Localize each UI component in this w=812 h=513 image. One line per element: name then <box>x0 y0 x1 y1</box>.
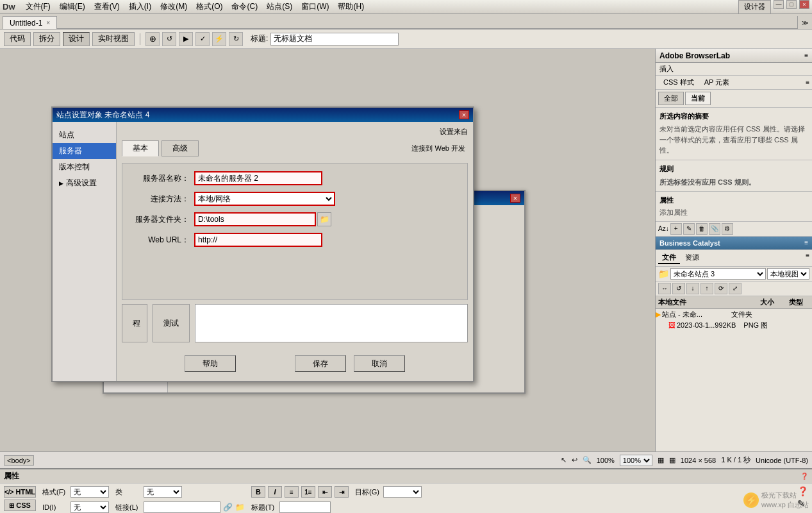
menu-view[interactable]: 查看(V) <box>90 0 124 13</box>
menu-window[interactable]: 窗口(W) <box>297 0 333 13</box>
all-tab[interactable]: 全部 <box>658 92 684 105</box>
css-options-icon[interactable]: ⚙ <box>722 223 733 235</box>
format-section: 格式(F) 无 ID(I) 无 <box>42 486 109 513</box>
expand-icon[interactable]: ⤢ <box>729 283 742 294</box>
sidebar-server-item[interactable]: 服务器 <box>53 143 116 159</box>
sync-icon[interactable]: ↻ <box>229 32 243 46</box>
indent-button[interactable]: ⇥ <box>335 486 349 498</box>
download-icon[interactable]: ↓ <box>686 283 699 294</box>
target-select[interactable] <box>383 486 422 498</box>
css-panel-menu[interactable]: ≡ <box>806 79 809 86</box>
link-input[interactable] <box>144 501 220 513</box>
menu-insert[interactable]: 插入(I) <box>125 0 155 13</box>
server-folder-input[interactable] <box>194 212 316 226</box>
menu-edit[interactable]: 编辑(E) <box>56 0 89 13</box>
close-button[interactable]: × <box>799 0 809 9</box>
menu-help[interactable]: 帮助(H) <box>334 0 368 13</box>
file-panel-menu[interactable]: ≡ <box>806 252 809 264</box>
add-property-link[interactable]: 添加属性 <box>659 208 808 217</box>
tab-advanced[interactable]: 高级 <box>162 140 199 156</box>
id-select[interactable]: 无 <box>70 501 109 513</box>
title-prop-input[interactable] <box>279 501 331 513</box>
watermark-logo: ⚡ <box>743 492 759 508</box>
sidebar-version-item[interactable]: 版本控制 <box>53 159 116 175</box>
refresh-icon[interactable]: ↺ <box>162 32 176 46</box>
format-select[interactable]: 无 <box>70 486 109 498</box>
cancel-button[interactable]: 取消 <box>354 355 405 372</box>
delete-css-icon[interactable]: 🗑 <box>696 223 708 235</box>
current-tab[interactable]: 当前 <box>685 92 711 105</box>
design-view-button[interactable]: 设计 <box>63 32 90 46</box>
site-select[interactable]: 未命名站点 3 <box>670 268 766 280</box>
help-button[interactable]: 帮助 <box>185 355 236 372</box>
css-mode-button[interactable]: ⊞ CSS <box>4 500 36 511</box>
attach-css-icon[interactable]: 📎 <box>709 223 720 235</box>
document-tab[interactable]: Untitled-1 × <box>3 16 57 29</box>
code-view-button[interactable]: 代码 <box>4 32 31 46</box>
dialog-close-button[interactable]: × <box>459 110 469 119</box>
ol-button[interactable]: 1≡ <box>301 486 315 498</box>
page-title-input[interactable] <box>270 33 399 46</box>
sync-files-icon[interactable]: ⟳ <box>715 283 727 294</box>
html-tag-indicator[interactable]: <body> <box>4 455 34 466</box>
bold-button[interactable]: B <box>251 486 265 498</box>
zoom-select[interactable]: 100% <box>620 455 652 466</box>
undo-icon[interactable]: ↩ <box>572 456 577 464</box>
panel-menu-icon[interactable]: ≡ <box>804 52 808 59</box>
files-tab[interactable]: 文件 <box>658 252 680 264</box>
html-mode-button[interactable]: </> HTML <box>4 486 36 498</box>
panel-collapse-icon[interactable]: ≫ <box>797 16 812 29</box>
refresh-files-icon[interactable]: ↺ <box>672 283 685 294</box>
browse-folder-button[interactable]: 📁 <box>317 212 331 226</box>
minimize-button[interactable]: — <box>774 0 784 9</box>
tab-basic[interactable]: 基本 <box>122 140 159 156</box>
check-icon[interactable]: ✓ <box>195 32 210 46</box>
sidebar-site-item[interactable]: 站点 <box>53 127 116 143</box>
edit-css-icon[interactable]: ✎ <box>683 223 695 235</box>
properties-section: 属性 添加属性 <box>656 192 812 222</box>
css-styles-tab[interactable]: CSS 样式 <box>658 76 699 89</box>
link-icon[interactable]: 🔗 <box>223 503 233 512</box>
folder-name: 站点 - 未命... <box>662 310 702 319</box>
business-catalyst-panel: Business Catalyst ≡ <box>656 237 812 250</box>
sidebar-advanced-item[interactable]: ▶ 高级设置 <box>53 175 116 191</box>
inspect-icon[interactable]: ⊕ <box>145 32 160 46</box>
assets-tab[interactable]: 资源 <box>681 252 703 264</box>
properties-menu-icon[interactable]: ❓ <box>800 473 808 480</box>
file-list-item-folder[interactable]: ▶ 站点 - 未命... 文件夹 <box>656 309 812 320</box>
realtime-view-button[interactable]: 实时视图 <box>92 32 135 46</box>
main-area: 站点设置对象 未命名站点 4 × 站点 服务器 版本控制 ▶高级设置 帮助 保存… <box>0 49 812 451</box>
menu-site[interactable]: 站点(S) <box>263 0 296 13</box>
connect-method-select[interactable]: 本地/网络 <box>194 192 335 206</box>
tab-close-icon[interactable]: × <box>46 19 50 26</box>
italic-button[interactable]: I <box>268 486 282 498</box>
menu-command[interactable]: 命令(C) <box>228 0 261 13</box>
menu-file[interactable]: 文件(F) <box>22 0 54 13</box>
connect-server-icon[interactable]: ↔ <box>658 283 671 294</box>
outdent-button[interactable]: ⇤ <box>318 486 332 498</box>
mode-button[interactable]: 设计器 <box>738 0 771 14</box>
ul-button[interactable]: ≡ <box>285 486 299 498</box>
upload-icon[interactable]: ↑ <box>700 283 713 294</box>
preview-icon[interactable]: ▶ <box>179 32 193 46</box>
ap-elements-tab[interactable]: AP 元素 <box>699 76 735 89</box>
browse-link-icon[interactable]: 📁 <box>235 503 245 512</box>
menu-modify[interactable]: 修改(M) <box>156 0 191 13</box>
save-button[interactable]: 保存 <box>295 355 346 372</box>
process-tab[interactable]: 程 <box>122 304 147 342</box>
test-tab[interactable]: 测试 <box>153 304 190 342</box>
view-select[interactable]: 本地视图 <box>767 268 809 280</box>
sort-az-label: Az↓ <box>658 225 669 232</box>
maximize-button[interactable]: □ <box>786 0 797 9</box>
file-list-item-image[interactable]: 🖼 2023-03-1... 992KB PNG 图 <box>656 320 812 331</box>
server-name-input[interactable] <box>194 171 322 185</box>
menu-format[interactable]: 格式(O) <box>192 0 226 13</box>
web-url-input[interactable] <box>194 233 322 247</box>
bg-dialog-close-button[interactable]: × <box>510 194 520 203</box>
bc-menu-icon[interactable]: ≡ <box>804 239 808 246</box>
split-view-button[interactable]: 拆分 <box>33 32 60 46</box>
validate-icon[interactable]: ⚡ <box>212 32 226 46</box>
new-css-icon[interactable]: + <box>670 223 682 235</box>
image-file-size: 992KB <box>715 321 743 329</box>
class-select[interactable]: 无 <box>144 486 182 498</box>
